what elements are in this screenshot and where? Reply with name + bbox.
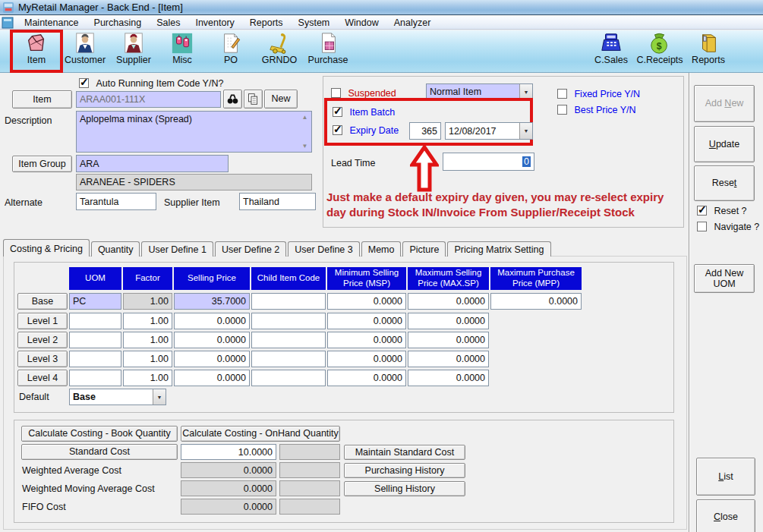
tab-costing-pricing[interactable]: Costing & Pricing xyxy=(3,239,90,257)
factor-field[interactable]: 1.00 xyxy=(123,313,172,329)
toolbar-grndo-button[interactable]: GRNDO xyxy=(255,32,304,71)
alternate-field[interactable]: Tarantula xyxy=(76,193,156,210)
best-price-checkbox[interactable] xyxy=(557,105,567,115)
tab-pricing-matrix[interactable]: Pricing Matrix Setting xyxy=(447,241,550,257)
toolbar-item-button[interactable]: Item xyxy=(12,32,61,71)
navigate-question-checkbox[interactable] xyxy=(697,222,707,231)
maxsp-field[interactable]: 0.0000 xyxy=(408,313,489,329)
search-button[interactable] xyxy=(223,90,242,109)
item-batch-checkbox[interactable] xyxy=(333,107,342,117)
row-level1-button[interactable]: Level 1 xyxy=(17,313,68,329)
dropdown-arrow-icon[interactable] xyxy=(519,84,532,99)
expiry-days-field[interactable]: 365 xyxy=(409,122,441,140)
item-group-code-field[interactable]: ARA xyxy=(76,155,229,172)
uom-field[interactable]: PC xyxy=(69,293,121,310)
item-button[interactable]: Item xyxy=(12,90,72,109)
selling-price-field[interactable]: 0.0000 xyxy=(174,332,250,348)
toolbar-purchase-button[interactable]: Purchase xyxy=(304,32,352,71)
tab-memo[interactable]: Memo xyxy=(361,241,402,257)
add-new-button[interactable]: Add New xyxy=(694,85,755,122)
child-item-code-field[interactable] xyxy=(251,370,326,386)
description-textarea[interactable]: Aplopelma minax (Spread) xyxy=(76,111,312,153)
row-level2-button[interactable]: Level 2 xyxy=(17,332,68,348)
toolbar-customer-button[interactable]: Customer xyxy=(61,32,109,71)
maxsp-field[interactable]: 0.0000 xyxy=(408,370,489,386)
row-level4-button[interactable]: Level 4 xyxy=(17,370,68,386)
selling-price-field[interactable]: 35.7000 xyxy=(174,293,250,310)
menu-purchasing[interactable]: Purchasing xyxy=(87,17,150,29)
child-item-code-field[interactable] xyxy=(251,293,326,310)
new-button[interactable]: New xyxy=(264,90,298,109)
child-item-code-field[interactable] xyxy=(251,332,326,348)
row-level3-button[interactable]: Level 3 xyxy=(17,351,68,367)
calc-onhand-quantity-button[interactable]: Calculate Costing - OnHand Quantity xyxy=(181,426,340,442)
menu-system[interactable]: System xyxy=(291,17,338,29)
msp-field[interactable]: 0.0000 xyxy=(327,313,406,329)
item-code-field[interactable]: ARAA001-111X xyxy=(76,91,221,108)
textarea-scrollbar[interactable] xyxy=(299,112,311,151)
toolbar-csales-button[interactable]: C.Sales xyxy=(587,32,635,71)
maxsp-field[interactable]: 0.0000 xyxy=(408,293,489,310)
calc-book-quantity-button[interactable]: Calculate Costing - Book Quantity xyxy=(21,426,178,442)
msp-field[interactable]: 0.0000 xyxy=(327,332,406,348)
menu-maintenance[interactable]: Maintenance xyxy=(17,17,87,29)
uom-field[interactable] xyxy=(69,313,121,329)
tab-user-define-2[interactable]: User Define 2 xyxy=(215,241,286,257)
scroll-down-icon[interactable] xyxy=(302,143,308,150)
msp-field[interactable]: 0.0000 xyxy=(327,370,406,386)
menu-reports[interactable]: Reports xyxy=(242,17,291,29)
close-button[interactable]: Close xyxy=(696,499,755,532)
purchasing-history-button[interactable]: Purchasing History xyxy=(344,463,465,478)
maxsp-field[interactable]: 0.0000 xyxy=(408,332,489,348)
suspended-checkbox[interactable] xyxy=(331,88,341,98)
lead-time-field[interactable]: 0 xyxy=(443,153,534,171)
factor-field[interactable]: 1.00 xyxy=(123,351,172,367)
toolbar-supplier-button[interactable]: Supplier xyxy=(109,32,158,71)
selling-history-button[interactable]: Selling History xyxy=(344,481,465,496)
standard-cost-button[interactable]: Standard Cost xyxy=(21,444,178,460)
reset-button[interactable]: Reset xyxy=(694,165,755,201)
toolbar-po-button[interactable]: PO xyxy=(207,32,255,71)
maintain-standard-cost-button[interactable]: Maintain Standard Cost xyxy=(344,445,465,460)
update-button[interactable]: Update xyxy=(694,126,755,162)
uom-field[interactable] xyxy=(69,332,121,348)
uom-field[interactable] xyxy=(69,351,121,367)
toolbar-misc-button[interactable]: Misc xyxy=(158,32,207,71)
factor-field[interactable]: 1.00 xyxy=(123,370,172,386)
dropdown-arrow-icon[interactable] xyxy=(519,123,532,139)
tab-picture[interactable]: Picture xyxy=(402,241,446,257)
child-item-code-field[interactable] xyxy=(251,351,326,367)
maxsp-field[interactable]: 0.0000 xyxy=(408,351,489,367)
tab-user-define-3[interactable]: User Define 3 xyxy=(288,241,359,257)
fixed-price-checkbox[interactable] xyxy=(557,89,567,99)
row-base-button[interactable]: Base xyxy=(17,293,68,310)
supplier-item-field[interactable]: Thailand xyxy=(239,193,316,210)
item-group-button[interactable]: Item Group xyxy=(12,156,72,172)
tab-user-define-1[interactable]: User Define 1 xyxy=(141,241,213,257)
reset-question-checkbox[interactable] xyxy=(697,206,707,216)
selling-price-field[interactable]: 0.0000 xyxy=(174,313,250,329)
factor-field[interactable]: 1.00 xyxy=(123,332,172,348)
default-uom-dropdown[interactable]: Base xyxy=(69,389,166,405)
toolbar-creceipts-button[interactable]: $ C.Receipts xyxy=(635,32,684,71)
auto-running-checkbox[interactable] xyxy=(79,78,89,88)
dropdown-arrow-icon[interactable] xyxy=(153,389,166,405)
msp-field[interactable]: 0.0000 xyxy=(327,351,406,367)
copy-button[interactable] xyxy=(244,90,263,109)
selling-price-field[interactable]: 0.0000 xyxy=(174,351,250,367)
toolbar-reports-button[interactable]: Reports xyxy=(684,32,733,71)
uom-field[interactable] xyxy=(69,370,121,386)
selling-price-field[interactable]: 0.0000 xyxy=(174,370,250,386)
list-button[interactable]: List xyxy=(696,458,755,496)
add-new-uom-button[interactable]: Add New UOM xyxy=(694,264,755,293)
mpp-field[interactable]: 0.0000 xyxy=(490,293,582,310)
tab-quantity[interactable]: Quantity xyxy=(91,241,140,257)
scroll-up-icon[interactable] xyxy=(302,114,308,121)
menu-inventory[interactable]: Inventory xyxy=(188,17,241,29)
child-item-code-field[interactable] xyxy=(251,313,326,329)
menu-sales[interactable]: Sales xyxy=(149,17,188,29)
msp-field[interactable]: 0.0000 xyxy=(327,293,406,310)
expiry-date-dropdown[interactable]: 12/08/2017 xyxy=(445,122,533,140)
menu-analyzer[interactable]: Analyzer xyxy=(386,17,439,29)
standard-cost-field[interactable]: 10.0000 xyxy=(181,444,276,460)
